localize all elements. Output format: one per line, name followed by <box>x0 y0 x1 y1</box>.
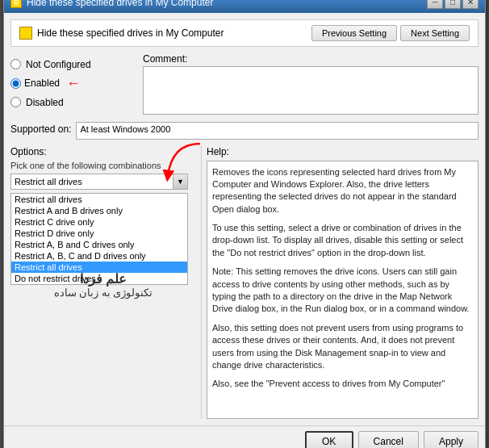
content-area: Hide these specified drives in My Comput… <box>4 13 485 425</box>
supported-label: Supported on: <box>10 122 71 135</box>
window-icon: ⚙ <box>10 0 22 8</box>
not-configured-option[interactable]: Not Configured <box>10 57 140 73</box>
option-0[interactable]: Restrict all drives <box>11 194 187 205</box>
options-label: Options: <box>10 146 196 157</box>
comment-label-text: Comment: <box>143 53 479 65</box>
bottom-bar: OK Cancel Apply <box>4 425 485 449</box>
dropdown-selected-text: Restrict all drives <box>15 177 82 186</box>
enabled-label: Enabled <box>24 77 60 89</box>
help-panel: Help: Removes the icons representing sel… <box>207 146 479 419</box>
header-bar: Hide these specified drives in My Comput… <box>10 19 479 47</box>
next-setting-button[interactable]: Next Setting <box>400 25 470 41</box>
vertical-divider <box>201 146 202 419</box>
dropdown-wrapper: Restrict all drives ▼ <box>10 174 196 190</box>
dropdown-display[interactable]: Restrict all drives ▼ <box>10 174 188 190</box>
ok-button[interactable]: OK <box>305 431 353 449</box>
title-bar-left: ⚙ Hide these specified drives in My Comp… <box>10 0 213 8</box>
title-bar: ⚙ Hide these specified drives in My Comp… <box>4 0 485 13</box>
header-title: Hide these specified drives in My Comput… <box>37 27 224 39</box>
help-text-box: Removes the icons representing selected … <box>207 161 479 419</box>
top-section: Not Configured Enabled ← Disabled Commen… <box>10 53 479 117</box>
help-label: Help: <box>207 146 479 157</box>
header-buttons: Previous Setting Next Setting <box>311 25 470 41</box>
window-title: Hide these specified drives in My Comput… <box>27 0 213 8</box>
comment-textarea[interactable] <box>143 66 479 115</box>
header-title-area: Hide these specified drives in My Comput… <box>19 27 224 40</box>
options-desc: Pick one of the following combinations <box>10 161 196 170</box>
enabled-option[interactable]: Enabled ← <box>10 73 140 94</box>
supported-value: At least Windows 2000 <box>76 122 479 140</box>
not-configured-label: Not Configured <box>26 59 91 70</box>
apply-button[interactable]: Apply <box>424 431 479 449</box>
help-para-2: Note: This setting removes the drive ico… <box>212 266 473 316</box>
header-icon <box>19 27 32 40</box>
help-para-4: Also, see the "Prevent access to drives … <box>212 378 473 390</box>
help-para-3: Also, this setting does not prevent user… <box>212 322 473 372</box>
dropdown-arrow-icon: ▼ <box>173 174 187 189</box>
comment-column: Comment: <box>143 53 479 117</box>
radio-section: Not Configured Enabled ← Disabled <box>10 53 140 117</box>
enabled-radio[interactable] <box>10 78 21 89</box>
minimize-button[interactable]: ─ <box>427 0 443 9</box>
disabled-label: Disabled <box>26 97 64 108</box>
disabled-option[interactable]: Disabled <box>10 94 140 111</box>
option-1[interactable]: Restrict A and B drives only <box>11 205 187 216</box>
radio-column: Not Configured Enabled ← Disabled <box>10 53 140 117</box>
option-3[interactable]: Restrict D drive only <box>11 228 187 239</box>
supported-row: Supported on: At least Windows 2000 <box>10 122 479 140</box>
disabled-radio[interactable] <box>10 97 21 107</box>
cancel-button[interactable]: Cancel <box>358 431 419 449</box>
main-split: Options: Pick one of the following combi… <box>10 146 479 419</box>
help-para-0: Removes the icons representing selected … <box>212 166 473 216</box>
main-window: ⚙ Hide these specified drives in My Comp… <box>3 0 486 448</box>
help-para-1: To use this setting, select a drive or c… <box>212 222 473 259</box>
option-2[interactable]: Restrict C drive only <box>11 216 187 228</box>
watermark-line2: تکنولوژی به زبان ساده <box>10 287 196 299</box>
title-buttons: ─ □ ✕ <box>427 0 479 9</box>
maximize-button[interactable]: □ <box>445 0 461 9</box>
not-configured-radio[interactable] <box>10 59 21 69</box>
enabled-arrow: ← <box>66 75 81 92</box>
option-5[interactable]: Restrict A, B, C and D drives only <box>11 250 187 262</box>
options-panel: Options: Pick one of the following combi… <box>10 146 196 419</box>
close-button[interactable]: ✕ <box>462 0 479 9</box>
option-4[interactable]: Restrict A, B and C drives only <box>11 239 187 250</box>
previous-setting-button[interactable]: Previous Setting <box>311 25 397 41</box>
